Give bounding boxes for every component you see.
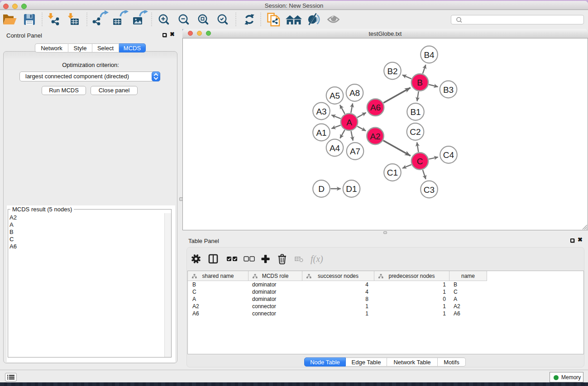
svg-text:A4: A4 xyxy=(330,143,340,153)
svg-text:A5: A5 xyxy=(330,91,340,100)
svg-text:A: A xyxy=(346,118,352,127)
svg-text:C: C xyxy=(417,157,423,166)
svg-text:A6: A6 xyxy=(370,103,381,112)
svg-text:B3: B3 xyxy=(443,85,454,95)
svg-text:C1: C1 xyxy=(387,168,398,177)
svg-text:C3: C3 xyxy=(424,185,435,195)
svg-text:A2: A2 xyxy=(370,132,380,141)
svg-text:A8: A8 xyxy=(349,88,360,98)
svg-text:B1: B1 xyxy=(410,107,421,117)
svg-text:A7: A7 xyxy=(350,147,360,156)
svg-text:B4: B4 xyxy=(424,50,435,60)
svg-text:B: B xyxy=(417,78,423,87)
svg-text:B2: B2 xyxy=(387,67,397,76)
svg-text:D: D xyxy=(318,184,325,194)
svg-text:D1: D1 xyxy=(346,184,357,194)
svg-text:C2: C2 xyxy=(410,127,421,137)
svg-text:f(x): f(x) xyxy=(311,254,323,264)
svg-text:C4: C4 xyxy=(443,150,454,160)
svg-text:A1: A1 xyxy=(316,128,326,138)
svg-text:A3: A3 xyxy=(316,107,326,116)
